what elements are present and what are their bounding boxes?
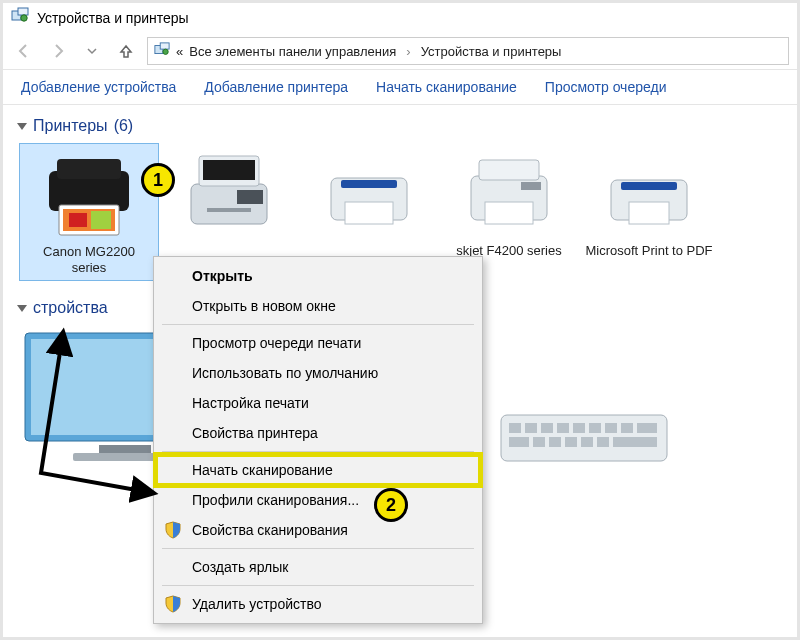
svg-rect-34 xyxy=(541,423,553,433)
window-titlebar: Устройства и принтеры xyxy=(3,3,797,33)
context-menu: Открыть Открыть в новом окне Просмотр оч… xyxy=(153,256,483,624)
toolbar-view-queue[interactable]: Просмотр очереди xyxy=(531,73,681,101)
svg-rect-7 xyxy=(57,159,121,179)
svg-rect-16 xyxy=(237,190,263,204)
window-title: Устройства и принтеры xyxy=(37,10,189,26)
svg-rect-26 xyxy=(629,202,669,224)
svg-rect-21 xyxy=(479,160,539,180)
ctx-scan-profiles[interactable]: Профили сканирования... xyxy=(156,485,480,515)
shield-icon xyxy=(164,595,182,616)
back-button[interactable] xyxy=(11,38,37,64)
svg-rect-22 xyxy=(485,202,533,224)
svg-rect-4 xyxy=(160,42,169,48)
svg-point-5 xyxy=(163,49,168,54)
annotation-badge-2: 2 xyxy=(374,488,408,522)
svg-rect-37 xyxy=(589,423,601,433)
svg-rect-23 xyxy=(521,182,541,190)
group-label: Принтеры xyxy=(33,117,108,135)
group-count: (6) xyxy=(114,117,134,135)
device-item-keyboard[interactable] xyxy=(499,407,669,471)
chevron-down-icon xyxy=(17,123,27,130)
device-item-ms-pdf[interactable]: Microsoft Print to PDF xyxy=(579,143,719,281)
toolbar-start-scan[interactable]: Начать сканирование xyxy=(362,73,531,101)
device-label: Canon MG2200 series xyxy=(24,244,154,276)
breadcrumb-bar[interactable]: « Все элементы панели управления › Устро… xyxy=(147,37,789,65)
ctx-remove-device-label: Удалить устройство xyxy=(192,596,321,612)
svg-rect-36 xyxy=(573,423,585,433)
svg-rect-39 xyxy=(621,423,633,433)
svg-rect-35 xyxy=(557,423,569,433)
svg-rect-46 xyxy=(597,437,609,447)
ctx-open-new-window[interactable]: Открыть в новом окне xyxy=(156,291,480,321)
svg-rect-40 xyxy=(637,423,657,433)
recent-dropdown[interactable] xyxy=(79,38,105,64)
printer-icon xyxy=(319,149,419,241)
toolbar: Добавление устройства Добавление принтер… xyxy=(3,69,797,105)
chevron-down-icon xyxy=(17,305,27,312)
ctx-separator xyxy=(162,548,474,549)
annotation-badge-1: 1 xyxy=(141,163,175,197)
svg-rect-44 xyxy=(565,437,577,447)
ctx-separator xyxy=(162,585,474,586)
ctx-scan-props[interactable]: Свойства сканирования xyxy=(156,515,480,545)
svg-rect-45 xyxy=(581,437,593,447)
svg-rect-43 xyxy=(549,437,561,447)
device-item-canon[interactable]: Canon MG2200 series xyxy=(19,143,159,281)
svg-rect-25 xyxy=(621,182,677,190)
ctx-separator xyxy=(162,324,474,325)
printer-icon xyxy=(599,149,699,241)
svg-rect-1 xyxy=(18,8,28,15)
printer-icon xyxy=(39,150,139,242)
navigation-row: « Все элементы панели управления › Устро… xyxy=(3,33,797,69)
ctx-start-scan[interactable]: Начать сканирование xyxy=(156,455,480,485)
ctx-printer-props[interactable]: Свойства принтера xyxy=(156,418,480,448)
svg-rect-11 xyxy=(91,211,111,229)
control-panel-icon xyxy=(11,7,29,29)
ctx-create-shortcut[interactable]: Создать ярлык xyxy=(156,552,480,582)
printer-icon xyxy=(459,149,559,241)
svg-rect-19 xyxy=(345,202,393,224)
toolbar-add-printer[interactable]: Добавление принтера xyxy=(190,73,362,101)
svg-rect-42 xyxy=(533,437,545,447)
ctx-print-setup[interactable]: Настройка печати xyxy=(156,388,480,418)
up-button[interactable] xyxy=(113,38,139,64)
svg-rect-15 xyxy=(207,208,251,212)
device-label: Microsoft Print to PDF xyxy=(585,243,712,275)
forward-button[interactable] xyxy=(45,38,71,64)
svg-rect-41 xyxy=(509,437,529,447)
keyboard-icon xyxy=(499,407,669,467)
svg-rect-18 xyxy=(341,180,397,188)
svg-rect-38 xyxy=(605,423,617,433)
ctx-remove-device[interactable]: Удалить устройство xyxy=(156,589,480,619)
group-header-printers[interactable]: Принтеры (6) xyxy=(11,113,797,139)
group-label: стройства xyxy=(33,299,108,317)
svg-rect-14 xyxy=(203,160,255,180)
svg-rect-47 xyxy=(613,437,657,447)
breadcrumb-prefix: « xyxy=(176,44,183,59)
control-panel-icon xyxy=(154,42,170,61)
fax-printer-icon xyxy=(179,149,279,241)
ctx-view-print-queue[interactable]: Просмотр очереди печати xyxy=(156,328,480,358)
svg-rect-10 xyxy=(69,213,87,227)
breadcrumb-item[interactable]: Устройства и принтеры xyxy=(421,44,562,59)
ctx-use-default[interactable]: Использовать по умолчанию xyxy=(156,358,480,388)
annotation-arrow xyxy=(23,323,163,523)
shield-icon xyxy=(164,521,182,542)
breadcrumb-separator: › xyxy=(402,44,414,59)
breadcrumb-item[interactable]: Все элементы панели управления xyxy=(189,44,396,59)
svg-rect-33 xyxy=(525,423,537,433)
svg-point-2 xyxy=(21,15,27,21)
ctx-open[interactable]: Открыть xyxy=(156,261,480,291)
toolbar-add-device[interactable]: Добавление устройства xyxy=(7,73,190,101)
ctx-separator xyxy=(162,451,474,452)
ctx-scan-props-label: Свойства сканирования xyxy=(192,522,348,538)
svg-rect-32 xyxy=(509,423,521,433)
